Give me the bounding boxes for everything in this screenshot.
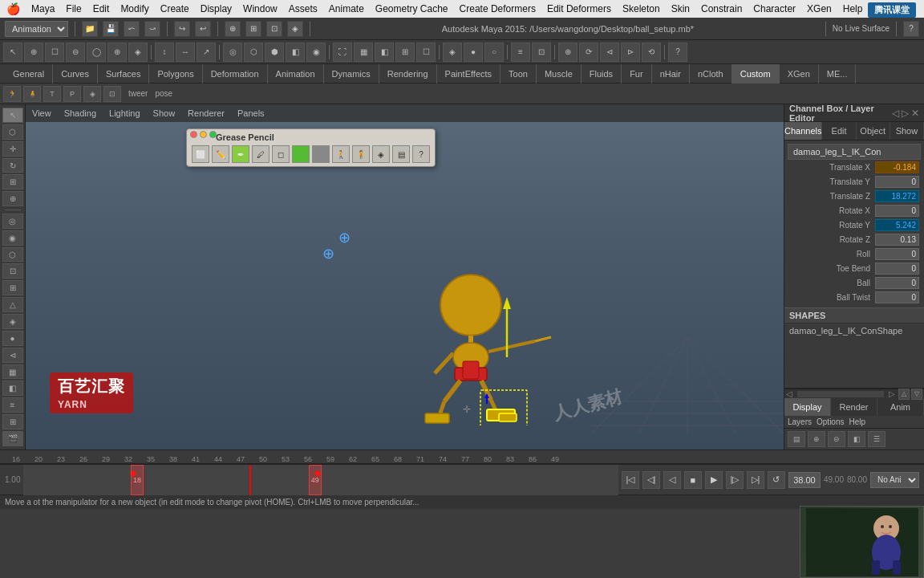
tool-icon10[interactable]: ↗ bbox=[197, 43, 216, 62]
gp-figure3-btn[interactable]: ◈ bbox=[372, 145, 390, 163]
timeline-bar[interactable]: 18 49 bbox=[23, 465, 618, 495]
gp-pencil2-btn[interactable]: ✒ bbox=[232, 145, 249, 163]
rp-icon1[interactable]: ◁ bbox=[892, 108, 899, 119]
menu-file[interactable]: File bbox=[66, 3, 81, 14]
tool-icon11[interactable]: ◎ bbox=[223, 43, 242, 62]
attr-val-tz[interactable]: 18.272 bbox=[875, 190, 919, 202]
vp-renderer[interactable]: Renderer bbox=[188, 108, 225, 118]
tab-show[interactable]: Show bbox=[890, 122, 924, 140]
tool-icon13[interactable]: ⬢ bbox=[265, 43, 284, 62]
tool-select[interactable]: ↖ bbox=[3, 43, 22, 62]
gp-swatch2[interactable] bbox=[312, 145, 330, 163]
sub-icon6[interactable]: ⊡ bbox=[103, 86, 121, 102]
tool-icon15[interactable]: ◉ bbox=[306, 43, 326, 62]
timeline-current-frame[interactable] bbox=[249, 465, 251, 495]
menu-xgen[interactable]: XGen bbox=[807, 3, 832, 14]
vp-lighting[interactable]: Lighting bbox=[109, 108, 140, 118]
vp-panels[interactable]: Panels bbox=[237, 108, 265, 118]
dr-icon2[interactable]: ⊕ bbox=[808, 431, 825, 447]
menu-modify[interactable]: Modify bbox=[120, 3, 148, 14]
tool-icon30[interactable]: ⟲ bbox=[642, 43, 661, 62]
attr-val-ball[interactable]: 0 bbox=[875, 277, 919, 289]
tab-animation[interactable]: Animation bbox=[268, 64, 324, 83]
btn-loop[interactable]: ↺ bbox=[768, 471, 785, 489]
tb-icon11[interactable]: ? bbox=[903, 21, 919, 37]
btn-goto-end[interactable]: ▷| bbox=[747, 471, 764, 489]
tool-icon-g[interactable]: ≡ bbox=[2, 397, 23, 413]
tool-icon-e[interactable]: ▦ bbox=[2, 364, 23, 380]
menu-constrain[interactable]: Constrain bbox=[701, 3, 742, 14]
menu-window[interactable]: Window bbox=[243, 3, 278, 14]
gp-pencil3-btn[interactable]: 🖊 bbox=[252, 145, 270, 163]
tool-icon12[interactable]: ⬡ bbox=[244, 43, 263, 62]
gp-help-btn[interactable]: ? bbox=[412, 145, 430, 163]
tab-toon[interactable]: Toon bbox=[500, 64, 537, 83]
dr-help[interactable]: Help bbox=[849, 417, 865, 426]
tab-anim[interactable]: Anim bbox=[877, 398, 924, 416]
menu-create[interactable]: Create bbox=[160, 3, 189, 14]
tab-object[interactable]: Object bbox=[857, 122, 890, 140]
tab-surfaces[interactable]: Surfaces bbox=[98, 64, 149, 83]
menu-skin[interactable]: Skin bbox=[671, 3, 690, 14]
tool-icon25[interactable]: ⊡ bbox=[532, 43, 551, 62]
sub-icon5[interactable]: ◈ bbox=[83, 86, 101, 102]
tab-fluids[interactable]: Fluids bbox=[582, 64, 622, 83]
attr-val-roll[interactable]: 0 bbox=[875, 248, 919, 260]
sub-icon1[interactable]: 🏃 bbox=[3, 86, 21, 102]
tool-icon23[interactable]: ○ bbox=[484, 43, 504, 62]
tab-channels[interactable]: Channels bbox=[784, 122, 822, 140]
menu-animate[interactable]: Animate bbox=[329, 3, 364, 14]
tb-icon6[interactable]: ↩ bbox=[195, 21, 211, 37]
tb-icon8[interactable]: ⊞ bbox=[245, 21, 261, 37]
tab-ncloth[interactable]: nCloth bbox=[690, 64, 732, 83]
dr-icon5[interactable]: ☰ bbox=[868, 431, 886, 447]
sub-icon3[interactable]: T bbox=[43, 86, 61, 102]
tab-muscle[interactable]: Muscle bbox=[537, 64, 582, 83]
tool-icon-a[interactable]: △ bbox=[2, 297, 23, 312]
attr-val-rx[interactable]: 0 bbox=[875, 205, 919, 217]
tool-icon4[interactable]: ⊖ bbox=[66, 43, 85, 62]
tl-marker-49[interactable]: 49 bbox=[309, 465, 322, 495]
dr-layers[interactable]: Layers bbox=[788, 417, 812, 426]
gp-layers-btn[interactable]: ▤ bbox=[392, 145, 410, 163]
gp-frame-btn[interactable]: ⬜ bbox=[192, 145, 209, 163]
attr-val-ty[interactable]: 0 bbox=[875, 176, 919, 188]
tool-icon-d[interactable]: ⊲ bbox=[2, 348, 23, 363]
attr-val-ry[interactable]: 5.242 bbox=[875, 219, 919, 231]
tool-icon2[interactable]: ⊕ bbox=[24, 43, 43, 62]
tab-xgen[interactable]: XGen bbox=[780, 64, 819, 83]
mode-select[interactable]: Animation bbox=[5, 21, 68, 37]
tool-arrow[interactable]: ↖ bbox=[2, 108, 23, 123]
tool-icon17[interactable]: ▦ bbox=[354, 43, 373, 62]
tool-icon-f[interactable]: ◧ bbox=[2, 381, 23, 396]
vp-shading[interactable]: Shading bbox=[64, 108, 96, 118]
tb-icon4[interactable]: ⤻ bbox=[144, 21, 160, 37]
vp-view[interactable]: View bbox=[32, 108, 51, 118]
tab-painteffects[interactable]: PaintEffects bbox=[437, 64, 501, 83]
gp-green-swatch[interactable] bbox=[292, 145, 310, 163]
anim-mode-select[interactable]: No Ani bbox=[870, 472, 919, 488]
tab-custom[interactable]: Custom bbox=[732, 64, 780, 83]
tool-icon-b[interactable]: ◈ bbox=[2, 314, 23, 329]
menu-help[interactable]: Help bbox=[843, 3, 863, 14]
tool-universal[interactable]: ⊕ bbox=[2, 191, 23, 206]
viewport[interactable]: View Shading Lighting Show Renderer Pane… bbox=[26, 104, 784, 450]
gp-figure1-btn[interactable]: 🚶 bbox=[332, 145, 350, 163]
tb-icon10[interactable]: ◈ bbox=[287, 21, 303, 37]
rp-icon2[interactable]: ▷ bbox=[902, 108, 909, 119]
menu-display[interactable]: Display bbox=[201, 3, 232, 14]
tool-icon3[interactable]: ☐ bbox=[45, 43, 64, 62]
menu-edit[interactable]: Edit bbox=[93, 3, 110, 14]
tool-icon22[interactable]: ● bbox=[464, 43, 483, 62]
tool-icon20[interactable]: ☐ bbox=[416, 43, 436, 62]
btn-stop[interactable]: ■ bbox=[684, 471, 702, 489]
tab-render[interactable]: Render bbox=[831, 398, 877, 416]
tab-polygons[interactable]: Polygons bbox=[149, 64, 202, 83]
tab-display[interactable]: Display bbox=[784, 398, 831, 416]
dr-icon1[interactable]: ▤ bbox=[788, 431, 805, 447]
gp-eraser-btn[interactable]: ◻ bbox=[272, 145, 290, 163]
dr-icon4[interactable]: ◧ bbox=[848, 431, 865, 447]
vp-show[interactable]: Show bbox=[153, 108, 176, 118]
btn-prev-key[interactable]: ◁| bbox=[642, 471, 660, 489]
btn-step-back[interactable]: ◁ bbox=[663, 471, 681, 489]
